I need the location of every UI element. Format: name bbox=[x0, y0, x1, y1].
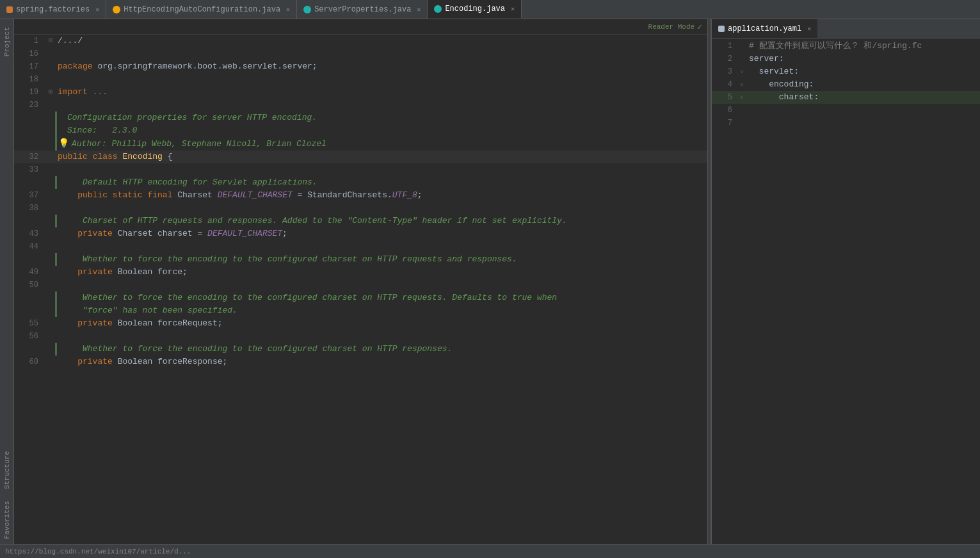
fold-17 bbox=[46, 60, 55, 73]
yaml-line-1: 1 # 配置文件到底可以写什么？ 和/spring.fc bbox=[712, 40, 980, 53]
yaml-fold-1 bbox=[737, 40, 746, 53]
tab-http-encoding[interactable]: HttpEncodingAutoConfiguration.java ✕ bbox=[106, 0, 297, 19]
fold-38 bbox=[46, 202, 55, 215]
yaml-tab-close[interactable]: ✕ bbox=[807, 25, 811, 33]
tab-spring-factories[interactable]: spring.factories ✕ bbox=[0, 0, 106, 19]
code-text-55: private Boolean forceRequest; bbox=[55, 317, 707, 330]
yaml-line-num-1: 1 bbox=[712, 40, 737, 53]
left-sidebar: Project Structure Favorites bbox=[0, 19, 14, 544]
yaml-line-2: 2 server: bbox=[712, 53, 980, 65]
fold-doc9 bbox=[46, 343, 55, 356]
code-text-38 bbox=[55, 202, 707, 215]
code-text-doc3: 💡Author: Phillip Webb, Stephane Nicoll, … bbox=[55, 137, 707, 151]
yaml-line-5: 5 ◇ charset: bbox=[712, 91, 980, 104]
code-content[interactable]: 1 ⊞ /.../ 16 17 package org.springframew… bbox=[14, 35, 707, 544]
line-num-doc1 bbox=[14, 111, 46, 124]
reader-mode-button[interactable]: Reader Mode ✓ bbox=[648, 22, 702, 32]
tab-encoding-java-label: Encoding.java bbox=[445, 4, 505, 13]
yaml-line-num-7: 7 bbox=[712, 117, 737, 129]
doc-line-author: 💡Author: Phillip Webb, Stephane Nicoll, … bbox=[14, 137, 707, 151]
sidebar-label-favorites[interactable]: Favorites bbox=[2, 496, 12, 544]
line-num-doc4 bbox=[14, 176, 46, 189]
code-line-23: 23 bbox=[14, 99, 707, 111]
code-text-16 bbox=[55, 47, 707, 60]
server-properties-icon bbox=[303, 6, 311, 13]
yaml-fold-3[interactable]: ◇ bbox=[737, 65, 746, 78]
tab-spring-factories-close[interactable]: ✕ bbox=[95, 6, 99, 13]
line-num-doc5 bbox=[14, 215, 46, 227]
line-num-60: 60 bbox=[14, 356, 46, 368]
code-text-56 bbox=[55, 330, 707, 343]
code-text-19: import ... bbox=[55, 86, 707, 99]
fold-doc3 bbox=[46, 137, 55, 151]
yaml-tab-application[interactable]: application.yaml ✕ bbox=[712, 19, 817, 38]
line-num-44: 44 bbox=[14, 240, 46, 253]
yaml-line-6: 6 bbox=[712, 104, 980, 117]
sidebar-label-project[interactable]: Project bbox=[2, 22, 12, 62]
sidebar-label-structure[interactable]: Structure bbox=[2, 446, 12, 494]
fold-49 bbox=[46, 266, 55, 279]
line-num-55: 55 bbox=[14, 317, 46, 330]
tab-encoding-java[interactable]: Encoding.java ✕ bbox=[428, 0, 522, 19]
code-line-17: 17 package org.springframework.boot.web.… bbox=[14, 60, 707, 73]
yaml-line-num-4: 4 bbox=[712, 78, 737, 91]
code-line-33: 33 bbox=[14, 163, 707, 176]
tab-encoding-java-close[interactable]: ✕ bbox=[511, 5, 515, 13]
yaml-line-num-6: 6 bbox=[712, 104, 737, 117]
fold-doc5 bbox=[46, 215, 55, 227]
fold-55 bbox=[46, 317, 55, 330]
fold-doc7 bbox=[46, 291, 55, 304]
line-num-doc9 bbox=[14, 343, 46, 356]
fold-60 bbox=[46, 356, 55, 368]
code-line-18: 18 bbox=[14, 73, 707, 86]
doc-line-since: Since: 2.3.0 bbox=[14, 124, 707, 137]
line-num-33: 33 bbox=[14, 163, 46, 176]
code-line-32: 32 public class Encoding { bbox=[14, 151, 707, 163]
tab-http-encoding-close[interactable]: ✕ bbox=[286, 6, 290, 13]
yaml-line-num-2: 2 bbox=[712, 53, 737, 65]
line-num-doc2 bbox=[14, 124, 46, 137]
editor-container: Reader Mode ✓ 1 ⊞ /.../ 16 bbox=[14, 19, 980, 544]
code-text-doc2: Since: 2.3.0 bbox=[55, 124, 707, 137]
fold-44 bbox=[46, 240, 55, 253]
code-line-37: 37 public static final Charset DEFAULT_C… bbox=[14, 189, 707, 202]
fold-19[interactable]: ⊞ bbox=[46, 86, 55, 99]
tab-spring-factories-label: spring.factories bbox=[16, 5, 90, 14]
yaml-tab-icon bbox=[718, 26, 725, 32]
line-num-doc8 bbox=[14, 304, 46, 317]
encoding-java-icon bbox=[434, 5, 442, 13]
yaml-content[interactable]: 1 # 配置文件到底可以写什么？ 和/spring.fc 2 server: 3… bbox=[712, 38, 980, 544]
yaml-fold-4[interactable]: ◇ bbox=[737, 78, 746, 91]
doc-line-default: Default HTTP encoding for Servlet applic… bbox=[14, 176, 707, 189]
fold-33 bbox=[46, 163, 55, 176]
line-num-37: 37 bbox=[14, 189, 46, 202]
code-text-37: public static final Charset DEFAULT_CHAR… bbox=[55, 189, 707, 202]
fold-37 bbox=[46, 189, 55, 202]
reader-mode-label: Reader Mode bbox=[648, 23, 695, 31]
yaml-line-num-5: 5 bbox=[712, 91, 737, 104]
code-text-49: private Boolean force; bbox=[55, 266, 707, 279]
line-num-50: 50 bbox=[14, 279, 46, 291]
checkmark-icon: ✓ bbox=[697, 22, 702, 32]
yaml-text-1: # 配置文件到底可以写什么？ 和/spring.fc bbox=[746, 40, 922, 53]
yaml-fold-7 bbox=[737, 117, 746, 129]
fold-1[interactable]: ⊞ bbox=[46, 35, 55, 47]
fold-16 bbox=[46, 47, 55, 60]
tab-server-properties[interactable]: ServerProperties.java ✕ bbox=[297, 0, 428, 19]
code-line-50: 50 bbox=[14, 279, 707, 291]
yaml-editor: application.yaml ✕ 1 # 配置文件到底可以写什么？ 和/sp… bbox=[711, 19, 980, 544]
fold-50 bbox=[46, 279, 55, 291]
code-line-19: 19 ⊞ import ... bbox=[14, 86, 707, 99]
yaml-fold-6 bbox=[737, 104, 746, 117]
code-text-doc5: Charset of HTTP requests and responses. … bbox=[55, 215, 707, 227]
code-text-33 bbox=[55, 163, 707, 176]
yaml-fold-5[interactable]: ◇ bbox=[737, 91, 746, 104]
yaml-line-3: 3 ◇ servlet: bbox=[712, 65, 980, 78]
code-text-doc8: "force" has not been specified. bbox=[55, 304, 707, 317]
line-num-18: 18 bbox=[14, 73, 46, 86]
code-text-doc4: Default HTTP encoding for Servlet applic… bbox=[55, 176, 707, 189]
code-text-32: public class Encoding { bbox=[55, 151, 707, 163]
spring-factories-icon bbox=[6, 6, 13, 13]
code-line-56: 56 bbox=[14, 330, 707, 343]
tab-server-properties-close[interactable]: ✕ bbox=[417, 6, 421, 13]
